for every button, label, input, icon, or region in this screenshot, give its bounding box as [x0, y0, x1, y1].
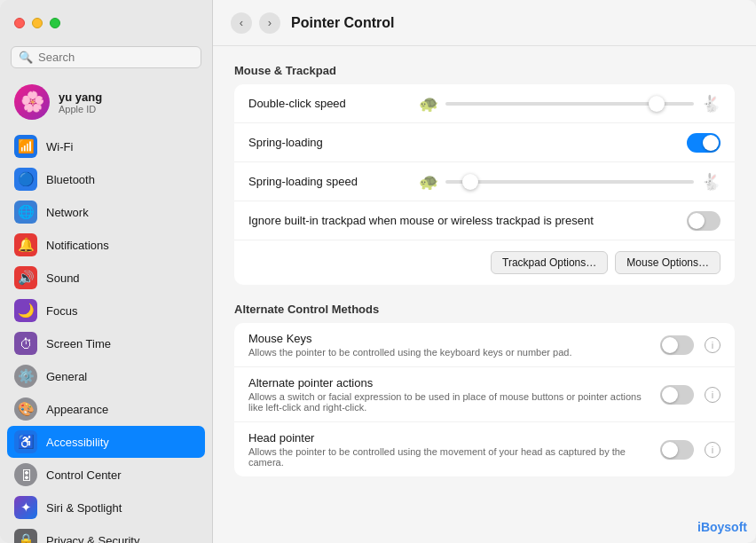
info-btn-mouse-keys[interactable]: i [705, 337, 721, 353]
sidebar-item-privacy[interactable]: 🔒Privacy & Security [7, 524, 205, 543]
sidebar-item-bluetooth[interactable]: 🔵Bluetooth [7, 163, 205, 195]
sidebar: 🔍 🌸 yu yang Apple ID 📶Wi-Fi🔵Bluetooth🌐Ne… [0, 0, 213, 543]
toggle-knob-mouse-keys [662, 337, 678, 353]
text-block-alternate-pointer: Alternate pointer actionsAllows a switch… [248, 376, 650, 413]
main-header: ‹ › Pointer Control [213, 0, 756, 46]
sidebar-label-siri: Siri & Spotlight [46, 501, 122, 515]
sidebar-item-appearance[interactable]: 🎨Appearance [7, 393, 205, 425]
buttons-row-mouse-trackpad: Trackpad Options…Mouse Options… [234, 240, 735, 285]
row-label-double-click-speed: Double-click speed [248, 97, 408, 110]
user-info: yu yang Apple ID [59, 90, 102, 114]
focus-icon: 🌙 [14, 299, 37, 322]
mouse-options-button[interactable]: Mouse Options… [615, 251, 721, 274]
settings-row-spring-loading: Spring-loading [234, 123, 735, 162]
forward-button[interactable]: › [259, 12, 280, 34]
toggle-alternate-pointer[interactable] [660, 385, 694, 405]
sidebar-item-siri[interactable]: ✦Siri & Spotlight [7, 492, 205, 523]
appearance-icon: 🎨 [14, 397, 37, 421]
sidebar-label-wifi: Wi-Fi [46, 140, 73, 153]
user-subtitle: Apple ID [59, 104, 102, 114]
sound-icon: 🔊 [14, 266, 37, 289]
sidebar-items: 📶Wi-Fi🔵Bluetooth🌐Network🔔Notifications🔊S… [0, 130, 212, 543]
slider-track-double-click-speed[interactable] [445, 102, 694, 106]
row-desc-alternate-pointer: Allows a switch or facial expression to … [248, 391, 650, 413]
row-label-spring-loading: Spring-loading [248, 136, 408, 149]
row-label-ignore-trackpad: Ignore built-in trackpad when mouse or w… [248, 214, 676, 227]
row-label-alternate-pointer: Alternate pointer actions [248, 376, 650, 390]
settings-row-alternate-pointer: Alternate pointer actionsAllows a switch… [234, 367, 735, 422]
row-label-mouse-keys: Mouse Keys [248, 332, 650, 345]
sidebar-label-appearance: Appearance [46, 403, 108, 416]
privacy-icon: 🔒 [14, 529, 37, 543]
toggle-spring-loading[interactable] [687, 133, 721, 153]
close-button[interactable] [14, 18, 25, 28]
sidebar-label-network: Network [46, 206, 89, 219]
trackpad-options-button[interactable]: Trackpad Options… [491, 251, 608, 274]
slider-left-icon: 🐢 [419, 172, 438, 192]
search-input[interactable] [38, 51, 193, 64]
settings-row-ignore-trackpad: Ignore built-in trackpad when mouse or w… [234, 201, 735, 240]
settings-row-mouse-keys: Mouse KeysAllows the pointer to be contr… [234, 323, 735, 367]
bluetooth-icon: 🔵 [14, 168, 37, 191]
row-label-spring-loading-speed: Spring-loading speed [248, 175, 408, 188]
minimize-button[interactable] [32, 18, 43, 28]
maximize-button[interactable] [50, 18, 60, 28]
sidebar-label-bluetooth: Bluetooth [46, 173, 95, 186]
content-body: Mouse & TrackpadDouble-click speed🐢🐇Spri… [213, 46, 756, 543]
screentime-icon: ⏱ [14, 332, 37, 355]
settings-group-mouse-trackpad: Double-click speed🐢🐇Spring-loadingSpring… [234, 84, 735, 285]
general-icon: ⚙️ [14, 365, 37, 388]
main-content: ‹ › Pointer Control Mouse & TrackpadDoub… [213, 0, 756, 543]
sidebar-item-general[interactable]: ⚙️General [7, 360, 205, 392]
sidebar-item-screentime[interactable]: ⏱Screen Time [7, 327, 205, 359]
avatar: 🌸 [14, 84, 50, 120]
text-block-head-pointer: Head pointerAllows the pointer to be con… [248, 431, 650, 468]
toggle-knob-ignore-trackpad [689, 213, 705, 229]
sidebar-label-accessibility: Accessibility [46, 436, 109, 449]
slider-left-icon: 🐢 [419, 94, 438, 114]
settings-row-double-click-speed: Double-click speed🐢🐇 [234, 84, 735, 123]
avatar-icon: 🌸 [20, 90, 44, 114]
sidebar-item-wifi[interactable]: 📶Wi-Fi [7, 130, 205, 162]
sidebar-label-sound: Sound [46, 272, 80, 285]
notifications-icon: 🔔 [14, 233, 37, 256]
sidebar-item-controlcenter[interactable]: 🎛Control Center [7, 459, 205, 491]
page-title: Pointer Control [291, 15, 394, 31]
slider-right-icon: 🐇 [701, 94, 721, 114]
controlcenter-icon: 🎛 [14, 463, 37, 486]
sidebar-label-focus: Focus [46, 304, 77, 318]
toggle-head-pointer[interactable] [660, 440, 694, 460]
network-icon: 🌐 [14, 201, 37, 224]
info-btn-head-pointer[interactable]: i [705, 442, 721, 458]
sidebar-label-screentime: Screen Time [46, 337, 111, 350]
info-btn-alternate-pointer[interactable]: i [705, 387, 721, 403]
toggle-knob-head-pointer [662, 442, 678, 458]
back-button[interactable]: ‹ [231, 12, 252, 34]
settings-row-head-pointer: Head pointerAllows the pointer to be con… [234, 422, 735, 476]
toggle-knob-alternate-pointer [662, 387, 678, 403]
slider-thumb-spring-loading-speed[interactable] [462, 174, 478, 190]
sidebar-item-network[interactable]: 🌐Network [7, 196, 205, 228]
section-title-mouse-trackpad: Mouse & Trackpad [234, 64, 735, 77]
slider-track-spring-loading-speed[interactable] [445, 180, 694, 184]
sidebar-label-controlcenter: Control Center [46, 468, 122, 482]
toggle-mouse-keys[interactable] [660, 335, 694, 355]
search-icon: 🔍 [19, 51, 33, 64]
sidebar-item-accessibility[interactable]: ♿Accessibility [7, 426, 205, 458]
search-box[interactable]: 🔍 [11, 46, 201, 68]
sidebar-item-sound[interactable]: 🔊Sound [7, 262, 205, 294]
user-profile[interactable]: 🌸 yu yang Apple ID [0, 77, 212, 127]
title-bar [0, 0, 212, 46]
slider-container-spring-loading-speed: 🐢🐇 [419, 172, 721, 192]
sidebar-label-privacy: Privacy & Security [46, 534, 139, 544]
user-name: yu yang [59, 90, 102, 104]
row-desc-head-pointer: Allows the pointer to be controlled usin… [248, 446, 650, 468]
siri-icon: ✦ [14, 496, 37, 519]
settings-row-spring-loading-speed: Spring-loading speed🐢🐇 [234, 162, 735, 201]
text-block-mouse-keys: Mouse KeysAllows the pointer to be contr… [248, 332, 650, 358]
toggle-knob-spring-loading [703, 135, 719, 151]
sidebar-item-focus[interactable]: 🌙Focus [7, 295, 205, 327]
toggle-ignore-trackpad[interactable] [687, 211, 721, 231]
sidebar-item-notifications[interactable]: 🔔Notifications [7, 229, 205, 261]
slider-thumb-double-click-speed[interactable] [649, 96, 665, 112]
